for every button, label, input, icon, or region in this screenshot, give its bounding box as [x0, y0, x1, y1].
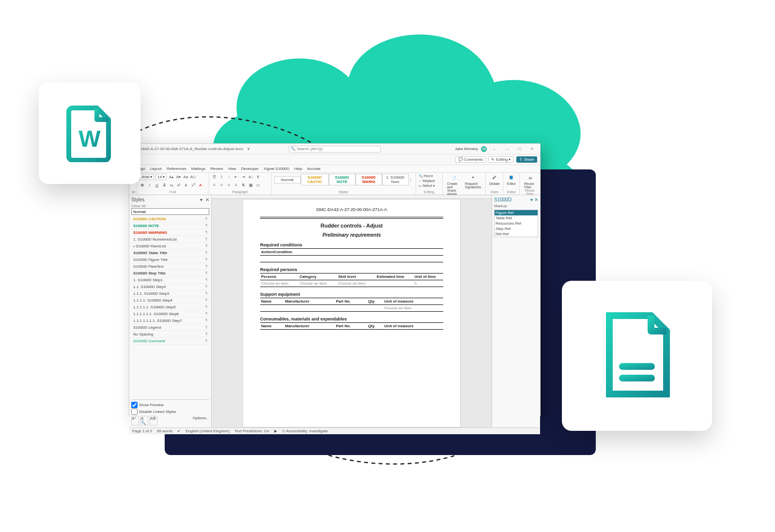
styles-more-icon[interactable]: ⋮	[409, 177, 413, 182]
bold-icon[interactable]: B	[140, 182, 145, 188]
reuse-files-button[interactable]: 🗂Reuse Files	[522, 174, 538, 189]
find-button[interactable]: 🔍 Find ▾	[418, 174, 440, 179]
style-item[interactable]: S1000D Step Title¶	[131, 270, 209, 277]
style-item[interactable]: 1. S1000D NumberedList¶	[131, 236, 209, 243]
style-item[interactable]: • S1000D RandList¶	[131, 243, 209, 250]
borders-icon[interactable]: ▭	[255, 182, 261, 188]
style-item[interactable]: S1000D CAUTION¶	[131, 216, 209, 223]
decrease-font-icon[interactable]: A▾	[175, 174, 181, 180]
style-item[interactable]: 1.1.1.1.1.1.1. S1000D Step7¶	[131, 318, 209, 324]
font-size-select[interactable]: 14 ▾	[155, 174, 167, 180]
shading-icon[interactable]: ▦	[248, 182, 254, 188]
cell-placeholder[interactable]: Choose an item.	[337, 280, 376, 287]
style-normal[interactable]: Normal	[274, 176, 301, 183]
menu-view[interactable]: View	[228, 167, 236, 171]
style-item[interactable]: S1000D Figure Title¶	[131, 257, 209, 263]
style-item[interactable]: 1.1.1.1.1. S1000D Step5¶	[131, 304, 209, 311]
align-right-icon[interactable]: ≡	[226, 182, 232, 188]
cell-placeholder[interactable]: Choose an item.	[383, 305, 443, 312]
menu-mailings[interactable]: Mailings	[191, 167, 205, 171]
document-area[interactable]: DMC-DA42-A-27-20-00-00A-271A-A Rudder co…	[212, 195, 492, 427]
style-warning[interactable]: S1000D WARNI	[356, 174, 382, 185]
replace-button[interactable]: ↔ Replace	[418, 179, 440, 183]
align-left-icon[interactable]: ≡	[212, 182, 217, 188]
status-page[interactable]: Page 1 of 2	[132, 429, 152, 433]
markup-dm-ref[interactable]: DM Ref	[495, 231, 538, 237]
menu-xignal[interactable]: Xignal S1000D	[264, 167, 289, 171]
maximize-icon[interactable]: ☐	[515, 147, 525, 151]
minimize-icon[interactable]: —	[502, 147, 512, 151]
dictate-button[interactable]: 🎤Dictate	[488, 174, 500, 185]
style-item[interactable]: S1000D NOTE¶	[131, 223, 209, 229]
user-avatar[interactable]: JM	[481, 146, 487, 152]
style-item[interactable]: S1000D Comment¶	[131, 338, 209, 345]
disable-linked-checkbox[interactable]: Disable Linked Styles	[131, 409, 209, 415]
show-preview-checkbox[interactable]: Show Preview	[131, 402, 209, 408]
decrease-indent-icon[interactable]: ⇤	[233, 174, 239, 180]
style-item[interactable]: S1000D WARNING¶	[131, 229, 209, 236]
status-predictions[interactable]: Text Predictions: On	[234, 429, 269, 433]
s1000d-dropdown-icon[interactable]: ▾	[530, 197, 533, 202]
style-note[interactable]: S1000D NOTE	[329, 174, 356, 185]
status-macro-icon[interactable]: ▶	[274, 429, 277, 433]
italic-icon[interactable]: I	[147, 182, 153, 188]
current-style-input[interactable]	[131, 208, 209, 215]
style-item[interactable]: S1000D Legend¶	[131, 324, 209, 331]
new-style-icon[interactable]: A⁺	[131, 416, 139, 426]
text-effects-icon[interactable]: A	[183, 182, 189, 188]
status-accessibility[interactable]: ⚠ Accessibility: Investigate	[282, 429, 328, 433]
s1000d-close-icon[interactable]: ✕	[534, 197, 538, 202]
status-language[interactable]: English (United Kingdom)	[186, 429, 230, 433]
markup-step-ref[interactable]: Step Ref	[495, 226, 538, 231]
cell-placeholder[interactable]: Choose an item.	[260, 280, 299, 287]
style-item[interactable]: 1. S1000D Step1¶	[131, 277, 209, 284]
menu-layout[interactable]: Layout	[150, 167, 162, 171]
style-item[interactable]: 1.1.1.1.1.1. S1000D Step6¶	[131, 311, 209, 318]
styles-pane-close-icon[interactable]: ✕	[205, 197, 209, 202]
options-link[interactable]: Options...	[193, 416, 209, 426]
justify-icon[interactable]: ≡	[233, 182, 239, 188]
search-input[interactable]	[289, 146, 381, 152]
search-box[interactable]: 🔍	[289, 146, 381, 152]
styles-pane-dropdown-icon[interactable]: ▾	[200, 197, 202, 202]
font-color-icon[interactable]: A	[198, 182, 203, 188]
bullets-icon[interactable]: ☰	[212, 174, 217, 180]
style-item[interactable]: 1.1.1. S1000D Step3¶	[131, 290, 209, 297]
select-button[interactable]: ▭ Select ▾	[418, 183, 440, 188]
cell-placeholder[interactable]: Choose an item.	[299, 280, 338, 287]
share-button[interactable]: ⇪ Share	[516, 156, 537, 163]
menu-review[interactable]: Review	[210, 167, 223, 171]
superscript-icon[interactable]: x²	[176, 182, 182, 188]
numbering-icon[interactable]: ⒈	[219, 174, 225, 180]
markup-resources-ref[interactable]: Resources Ref	[495, 221, 538, 226]
status-words[interactable]: 89 words	[157, 429, 172, 433]
clear-all-link[interactable]: Clear All	[131, 204, 209, 208]
show-marks-icon[interactable]: ¶	[255, 174, 261, 180]
align-center-icon[interactable]: ≡	[219, 182, 225, 188]
status-spellcheck-icon[interactable]: ✔	[177, 429, 181, 433]
close-icon[interactable]: ✕	[527, 147, 537, 151]
style-item[interactable]: No Spacing¶	[131, 331, 209, 338]
markup-table-ref[interactable]: Table Ref	[495, 215, 538, 221]
line-spacing-icon[interactable]: ⇅	[241, 182, 247, 188]
increase-font-icon[interactable]: A▴	[168, 174, 174, 180]
menu-help[interactable]: Help	[294, 167, 302, 171]
highlight-icon[interactable]: 🖍	[190, 182, 196, 188]
clear-format-icon[interactable]: A◇	[190, 174, 196, 180]
strike-icon[interactable]: S̶	[161, 182, 167, 188]
subscript-icon[interactable]: x₂	[169, 182, 174, 188]
style-numbered[interactable]: 1. S1000D Num	[382, 174, 409, 185]
editor-button[interactable]: 📘Editor	[506, 174, 517, 185]
change-case-icon[interactable]: Aa	[183, 174, 188, 180]
multilevel-icon[interactable]: ⋮	[226, 174, 232, 180]
font-name-select[interactable]: Arial ▾	[140, 174, 154, 180]
underline-icon[interactable]: U	[154, 182, 160, 188]
sort-icon[interactable]: A↓	[248, 174, 254, 180]
style-item[interactable]: 1.1. S1000D Step2¶	[131, 284, 209, 290]
style-caution[interactable]: S1000D CAUTIO	[301, 174, 329, 185]
comments-button[interactable]: 💬 Comments	[455, 156, 486, 163]
ribbon-toggle-icon[interactable]: ⌄	[490, 147, 499, 151]
increase-indent-icon[interactable]: ⇥	[241, 174, 247, 180]
style-inspector-icon[interactable]: A🔍	[140, 416, 148, 426]
style-item[interactable]: 1.1.1.1. S1000D Step4¶	[131, 297, 209, 304]
